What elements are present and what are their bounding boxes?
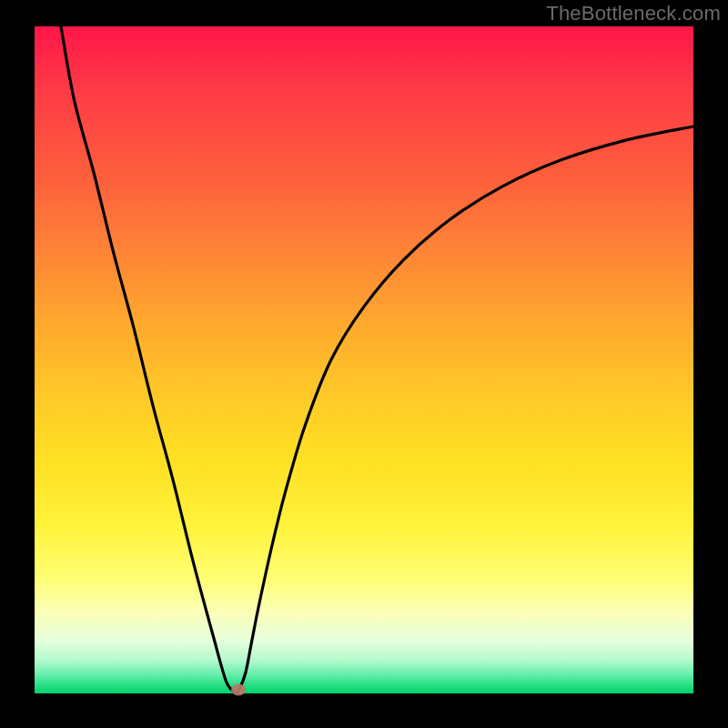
bottleneck-curve [35, 26, 693, 693]
watermark-text: TheBottleneck.com [546, 2, 721, 25]
optimal-point-marker [231, 684, 246, 696]
chart-frame: TheBottleneck.com [0, 0, 728, 728]
plot-area [35, 26, 693, 693]
